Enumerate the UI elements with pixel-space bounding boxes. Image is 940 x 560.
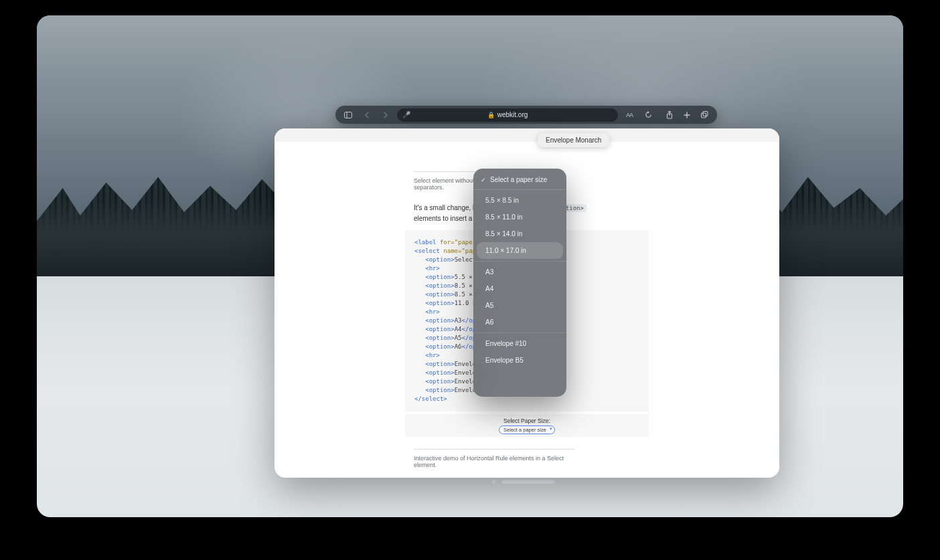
demo-select[interactable]: Select a paper size bbox=[499, 426, 555, 434]
voice-icon[interactable]: 🎤 bbox=[402, 111, 410, 118]
back-button[interactable] bbox=[360, 108, 374, 122]
popover-header[interactable]: ✓ Select a paper size bbox=[473, 173, 566, 190]
svg-rect-3 bbox=[701, 113, 706, 118]
interactive-demo: Select Paper Size: Select a paper size bbox=[405, 414, 649, 437]
tabs-button[interactable] bbox=[697, 108, 712, 122]
new-tab-button[interactable] bbox=[680, 108, 694, 122]
url-host: webkit.org bbox=[497, 111, 528, 118]
svg-rect-0 bbox=[345, 112, 352, 118]
demo-label: Select Paper Size: bbox=[503, 417, 550, 424]
popover-option[interactable]: 11.0 × 17.0 in bbox=[477, 242, 563, 259]
popover-option[interactable]: 5.5 × 8.5 in bbox=[473, 192, 566, 209]
popover-option[interactable]: A4 bbox=[473, 280, 566, 297]
svg-rect-4 bbox=[703, 112, 708, 116]
select-popover: ✓ Select a paper size 5.5 × 8.5 in8.5 × … bbox=[473, 169, 566, 397]
popover-option[interactable]: A6 bbox=[473, 314, 566, 331]
popover-option[interactable]: Envelope #10 bbox=[473, 335, 566, 352]
checkmark-icon: ✓ bbox=[481, 177, 486, 183]
hover-tooltip: Envelope Monarch bbox=[538, 133, 609, 147]
sidebar-toggle-button[interactable] bbox=[341, 108, 356, 122]
address-bar[interactable]: 🎤 🔒 webkit.org bbox=[397, 108, 618, 122]
popover-option[interactable]: A3 bbox=[473, 264, 566, 280]
reload-button[interactable] bbox=[641, 108, 655, 122]
figure-caption-2: Interactive demo of Horizontal Rule elem… bbox=[414, 449, 574, 476]
share-button[interactable] bbox=[662, 108, 677, 122]
popover-option[interactable]: A5 bbox=[473, 297, 566, 314]
forward-button[interactable] bbox=[378, 108, 393, 122]
popover-option[interactable]: Envelope B5 bbox=[473, 352, 566, 369]
text-size-button[interactable]: AA bbox=[622, 108, 637, 122]
demo-strip-top bbox=[275, 128, 779, 142]
popover-option[interactable]: 8.5 × 14.0 in bbox=[473, 225, 566, 242]
popover-header-label: Select a paper size bbox=[490, 176, 547, 183]
lock-icon: 🔒 bbox=[487, 112, 495, 118]
popover-option[interactable]: 8.5 × 11.0 in bbox=[473, 209, 566, 225]
window-grabber[interactable] bbox=[502, 480, 554, 484]
browser-toolbar: 🎤 🔒 webkit.org AA bbox=[335, 106, 717, 124]
